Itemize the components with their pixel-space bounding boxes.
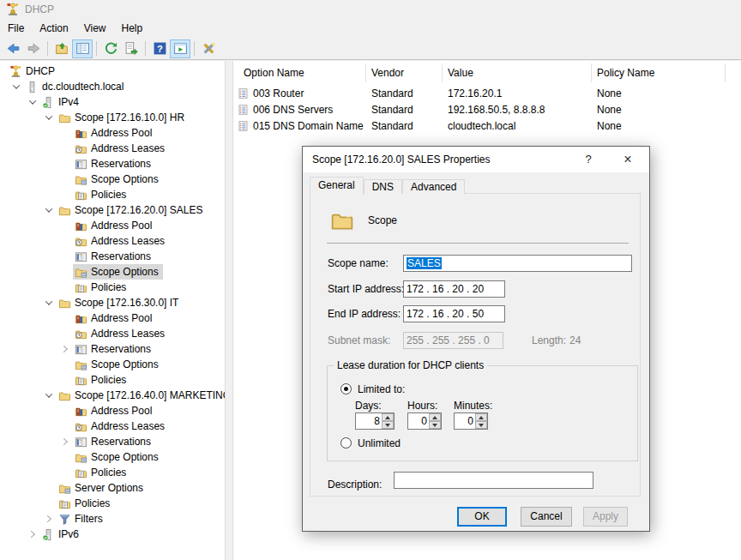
column-header-vendor[interactable]: Vendor (366, 63, 443, 82)
up-one-level-button[interactable] (51, 39, 72, 58)
tree-item-sales-address-leases[interactable]: Address Leases (0, 233, 225, 249)
list-row-dns-domain-name[interactable]: 015 DNS Domain Name Standard cloudtech.l… (233, 117, 741, 134)
column-header-value[interactable]: Value (443, 63, 592, 82)
chevron-right-icon[interactable] (24, 527, 40, 542)
hours-down-button[interactable] (429, 421, 441, 429)
tree-item-dhcp-root[interactable]: DHCP (0, 63, 225, 79)
days-stepper[interactable]: 8 (355, 412, 395, 430)
tree-item-ipv4[interactable]: IPv4 (0, 94, 225, 110)
tree-item-it-reservations[interactable]: Reservations (0, 341, 225, 357)
limited-to-label: Limited to: (358, 381, 405, 398)
close-icon[interactable]: × (609, 148, 647, 172)
unlimited-radio[interactable] (340, 437, 352, 449)
list-row-router[interactable]: 003 Router Standard 172.16.20.1 None (233, 85, 741, 101)
forward-arrow-icon (27, 41, 41, 56)
tree-item-sales-reservations[interactable]: Reservations (0, 249, 225, 264)
tree-item-scope-marketing[interactable]: Scope [172.16.40.0] MARKETING (0, 388, 225, 403)
tab-general[interactable]: General (310, 177, 364, 196)
window-titlebar: DHCP (0, 0, 741, 19)
policies-icon (75, 374, 87, 387)
tree-item-ipv6[interactable]: IPv6 (0, 527, 225, 542)
chevron-down-icon[interactable] (40, 202, 57, 218)
minutes-label: Minutes: (454, 397, 492, 414)
refresh-button[interactable] (100, 39, 121, 58)
tree-item-it-address-leases[interactable]: Address Leases (0, 326, 225, 341)
policies-icon (75, 467, 87, 479)
tab-dns[interactable]: DNS (364, 179, 402, 194)
server-options-icon (58, 482, 71, 495)
chevron-right-icon[interactable] (57, 434, 73, 449)
tree-item-mkt-address-leases[interactable]: Address Leases (0, 418, 225, 434)
chevron-down-icon[interactable] (40, 110, 57, 125)
actions-button[interactable] (198, 39, 219, 58)
column-header-policy-name[interactable]: Policy Name (592, 63, 726, 82)
show-console-tree-button[interactable] (72, 39, 93, 58)
tree-item-it-policies[interactable]: Policies (0, 372, 225, 388)
tree-item-hr-address-leases[interactable]: Address Leases (0, 141, 225, 156)
tree-item-it-address-pool[interactable]: Address Pool (0, 310, 225, 326)
tree-item-sales-address-pool[interactable]: Address Pool (0, 218, 225, 233)
tree-item-sales-scope-options[interactable]: Scope Options (0, 264, 225, 280)
menu-view[interactable]: View (76, 20, 114, 37)
address-pool-icon (75, 220, 87, 232)
show-action-pane-button[interactable] (170, 39, 190, 58)
console-tree-panel: DHCP dc.cloudtech.local IPv4 Scope [172.… (0, 61, 226, 560)
apply-button[interactable]: Apply (583, 507, 628, 527)
cancel-button[interactable]: Cancel (521, 507, 572, 527)
tab-page-general: Scope Scope name: SALES Start IP address… (310, 193, 641, 497)
help-button[interactable] (149, 39, 170, 58)
tree-item-mkt-reservations[interactable]: Reservations (0, 434, 225, 449)
start-ip-input[interactable]: 172 . 16 . 20 . 20 (403, 280, 505, 298)
tab-advanced[interactable]: Advanced (402, 179, 465, 194)
server-icon (26, 81, 39, 93)
hours-label: Hours: (407, 397, 437, 414)
limited-to-radio[interactable] (340, 383, 352, 394)
menu-help[interactable]: Help (114, 20, 151, 37)
minutes-stepper[interactable]: 0 (454, 412, 488, 430)
tree-item-server-dc[interactable]: dc.cloudtech.local (0, 79, 225, 94)
hours-stepper[interactable]: 0 (407, 412, 442, 430)
ok-button[interactable]: OK (457, 507, 507, 527)
tree-item-mkt-address-pool[interactable]: Address Pool (0, 403, 225, 418)
tree-item-mkt-scope-options[interactable]: Scope Options (0, 449, 225, 465)
tree-item-scope-hr[interactable]: Scope [172.16.10.0] HR (0, 110, 225, 125)
minutes-down-button[interactable] (475, 421, 487, 429)
days-down-button[interactable] (382, 421, 394, 429)
address-pool-icon (75, 127, 87, 140)
hours-up-button[interactable] (429, 413, 441, 421)
days-up-button[interactable] (382, 413, 394, 421)
tree-item-hr-policies[interactable]: Policies (0, 187, 225, 202)
tree-item-scope-sales[interactable]: Scope [172.16.20.0] SALES (0, 202, 225, 218)
tree-item-hr-scope-options[interactable]: Scope Options (0, 172, 225, 187)
lease-group-label: Lease duration for DHCP clients (334, 359, 487, 371)
list-row-dns-servers[interactable]: 006 DNS Servers Standard 192.168.50.5, 8… (233, 101, 741, 117)
dialog-help-button[interactable]: ? (573, 148, 604, 172)
minutes-up-button[interactable] (475, 413, 487, 421)
export-list-button[interactable] (121, 39, 142, 58)
chevron-down-icon[interactable] (40, 295, 57, 310)
end-ip-input[interactable]: 172 . 16 . 20 . 50 (403, 305, 505, 322)
forward-button[interactable] (23, 39, 44, 58)
chevron-right-icon[interactable] (57, 341, 73, 357)
tree-item-mkt-policies[interactable]: Policies (0, 465, 225, 480)
chevron-down-icon[interactable] (24, 94, 40, 110)
description-input[interactable] (394, 472, 593, 489)
scope-options-icon (75, 358, 87, 371)
tree-item-hr-reservations[interactable]: Reservations (0, 156, 225, 172)
chevron-down-icon[interactable] (8, 79, 24, 94)
chevron-down-icon[interactable] (40, 388, 57, 403)
tree-item-hr-address-pool[interactable]: Address Pool (0, 125, 225, 141)
menu-file[interactable]: File (0, 20, 32, 37)
chevron-right-icon[interactable] (40, 511, 57, 527)
tree-item-server-options[interactable]: Server Options (0, 480, 225, 496)
refresh-icon (104, 41, 118, 56)
back-button[interactable] (3, 39, 23, 58)
tree-item-scope-it[interactable]: Scope [172.16.30.0] IT (0, 295, 225, 310)
tree-item-server-policies[interactable]: Policies (0, 496, 225, 511)
scope-name-input[interactable]: SALES (403, 255, 632, 272)
tree-item-filters[interactable]: Filters (0, 511, 225, 527)
tree-item-sales-policies[interactable]: Policies (0, 280, 225, 295)
tree-item-it-scope-options[interactable]: Scope Options (0, 357, 225, 372)
menu-action[interactable]: Action (32, 20, 75, 37)
column-header-option-name[interactable]: Option Name (233, 63, 366, 82)
